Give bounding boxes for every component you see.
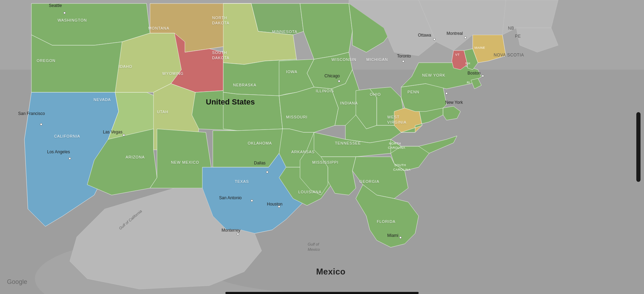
seattle-dot — [63, 12, 66, 14]
bottom-bar — [225, 292, 419, 294]
miami-dot — [399, 237, 402, 239]
google-logo: Google — [7, 278, 27, 286]
sanantonio-dot — [251, 200, 253, 202]
montreal-dot — [464, 37, 466, 39]
boston-dot — [482, 75, 484, 77]
lasvegas-dot — [123, 134, 125, 136]
houston-dot — [278, 206, 280, 208]
us-map: WASHINGTON OREGON CALIFORNIA NEVADA IDAH… — [0, 0, 644, 294]
sanfrancisco-dot — [40, 123, 42, 125]
ottawa-dot — [433, 38, 435, 40]
toronto-dot — [402, 60, 404, 62]
chicago-dot — [338, 80, 340, 82]
dallas-dot — [266, 171, 268, 173]
losangeles-dot — [69, 157, 71, 160]
newyork-dot — [445, 92, 448, 94]
map-scrollbar[interactable] — [636, 112, 641, 182]
map-container: WASHINGTON OREGON CALIFORNIA NEVADA IDAH… — [0, 0, 644, 294]
mexico-label: Mexico — [316, 267, 345, 277]
monterrey-dot — [237, 233, 239, 235]
